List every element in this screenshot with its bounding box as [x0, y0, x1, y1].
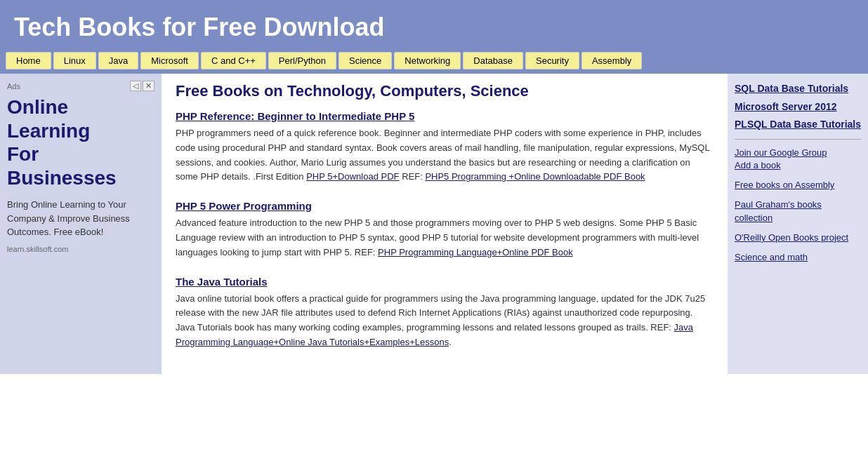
nav-item-database[interactable]: Database: [463, 52, 523, 69]
sidebar-link-sql[interactable]: SQL Data Base Tutorials: [735, 82, 861, 96]
book1-description: PHP programmers need of a quick referenc…: [176, 126, 714, 185]
book2-link1[interactable]: PHP Programming Language+Online PDF Book: [378, 247, 573, 257]
book3-title-link[interactable]: The Java Tutorials: [176, 276, 268, 288]
right-sidebar: SQL Data Base Tutorials Microsoft Server…: [728, 74, 868, 374]
ad-label: Ads: [7, 82, 20, 91]
book2-title-link[interactable]: PHP 5 Power Programming: [176, 200, 312, 212]
nav-item-linux[interactable]: Linux: [53, 52, 96, 69]
left-sidebar: Ads ◁ ✕ Online Learning For Businesses B…: [0, 74, 162, 374]
nav-item-java[interactable]: Java: [98, 52, 138, 69]
main-content: Free Books on Technology, Computers, Sci…: [162, 74, 728, 374]
main-nav: HomeLinuxJavaMicrosoftC and C++Perl/Pyth…: [0, 52, 868, 74]
sidebar-link-graham[interactable]: Paul Graham's books collection: [735, 199, 861, 224]
sidebar-divider: [735, 139, 861, 140]
ad-headline: Online Learning For Businesses: [7, 95, 154, 189]
ad-back-icon[interactable]: ◁: [130, 81, 141, 91]
sidebar-link-plsql[interactable]: PLSQL Data Base Tutorials: [735, 118, 861, 132]
nav-item-c-and-c--[interactable]: C and C++: [201, 52, 266, 69]
nav-item-microsoft[interactable]: Microsoft: [140, 52, 199, 69]
book-entry: The Java Tutorials Java online tutorial …: [176, 276, 714, 350]
book-entry: PHP 5 Power Programming Advanced feature…: [176, 200, 714, 260]
sidebar-link-oreilly[interactable]: O'Reilly Open Books project: [735, 232, 861, 244]
sidebar-link-ms[interactable]: Microsoft Server 2012: [735, 100, 861, 114]
book1-title-link[interactable]: PHP Reference: Beginner to Intermediate …: [176, 110, 414, 122]
book1-link2[interactable]: PHP5 Programming +Online Downloadable PD…: [425, 171, 645, 182]
book2-description: Advanced feature introduction to the new…: [176, 216, 714, 260]
book3-link1[interactable]: Java Programming Language+Online Java Tu…: [176, 322, 693, 347]
book3-description: Java online tutorial book offers a pract…: [176, 292, 714, 350]
sidebar-link-google[interactable]: Join our Google GroupAdd a book: [735, 147, 861, 172]
ad-footer: learn.skillsoft.com: [7, 245, 154, 253]
nav-item-science[interactable]: Science: [338, 52, 392, 69]
nav-item-networking[interactable]: Networking: [394, 52, 461, 69]
sidebar-link-scimath[interactable]: Science and math: [735, 251, 861, 264]
content-heading: Free Books on Technology, Computers, Sci…: [176, 82, 714, 100]
ad-close-icon[interactable]: ✕: [143, 81, 154, 91]
nav-item-assembly[interactable]: Assembly: [581, 52, 642, 69]
book1-link1[interactable]: PHP 5+Download PDF: [306, 171, 399, 182]
page-title: Tech Books for Free Download: [14, 13, 854, 42]
sidebar-link-assembly[interactable]: Free books on Assembly: [735, 179, 861, 192]
nav-item-home[interactable]: Home: [6, 52, 51, 69]
nav-item-security[interactable]: Security: [525, 52, 579, 69]
ad-body: Bring Online Learning to Your Company & …: [7, 198, 154, 239]
nav-item-perl-python[interactable]: Perl/Python: [268, 52, 336, 69]
book-entry: PHP Reference: Beginner to Intermediate …: [176, 110, 714, 185]
